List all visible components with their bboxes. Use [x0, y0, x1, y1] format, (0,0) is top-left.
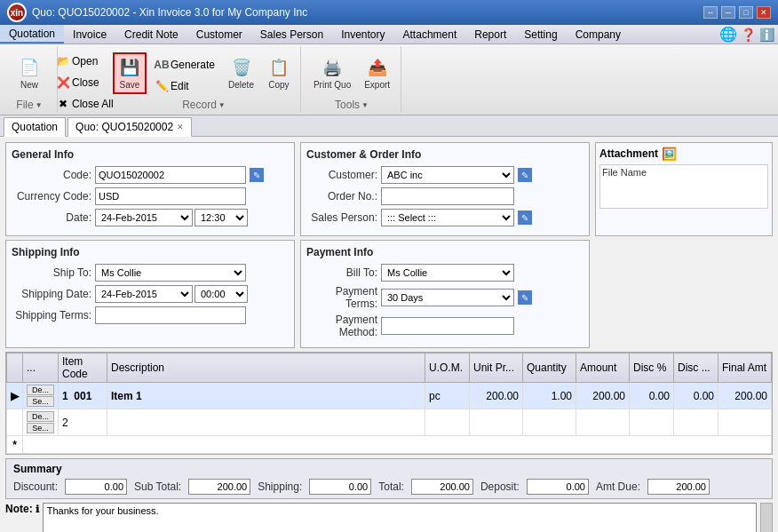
- note-info-icon: ℹ: [36, 504, 39, 515]
- final-amt-cell: 200.00: [718, 383, 772, 409]
- code-label: Code:: [12, 169, 91, 181]
- bill-to-select[interactable]: Ms Collie: [381, 264, 514, 282]
- menu-sales-person[interactable]: Sales Person: [251, 25, 332, 44]
- time-select[interactable]: 12:30: [194, 209, 248, 226]
- info-icon[interactable]: ℹ️: [759, 28, 774, 42]
- customer-label: Customer:: [306, 169, 377, 181]
- export-icon: 📤: [367, 57, 388, 78]
- uom-cell: pc: [425, 383, 470, 409]
- arrow-icon[interactable]: ↔: [703, 6, 718, 19]
- toolbar: 📄 New 📂 Open ❌ Close ✖ Close All File ▼: [0, 44, 778, 115]
- toolbar-record-section: 💾 Save AB Generate ✏️ Edit 🗑️ Delete 📋: [60, 46, 301, 113]
- detail-button-2[interactable]: De...: [27, 411, 54, 422]
- total-label: Total:: [378, 480, 404, 493]
- copy-button[interactable]: 📋 Copy: [263, 53, 295, 93]
- serial-button-2[interactable]: Se...: [27, 423, 54, 433]
- top-form-row: General Info Code: ✎ Currency Code: Date…: [5, 142, 773, 236]
- sales-person-edit-icon[interactable]: ✎: [518, 210, 532, 225]
- currency-input[interactable]: [95, 187, 246, 205]
- tab-close-icon[interactable]: ✕: [177, 123, 184, 131]
- date-select[interactable]: 24-Feb-2015: [95, 209, 193, 226]
- shipping-label: Shipping:: [258, 480, 302, 493]
- row2-disc-amt: [674, 409, 718, 436]
- close-button[interactable]: ✕: [757, 6, 771, 19]
- new-button[interactable]: 📄 New: [7, 53, 52, 93]
- menu-invoice[interactable]: Invoice: [64, 25, 115, 44]
- save-label: Save: [120, 80, 140, 90]
- order-no-label: Order No.:: [306, 190, 377, 202]
- payment-terms-select[interactable]: 30 Days: [381, 289, 514, 306]
- general-info-section: General Info Code: ✎ Currency Code: Date…: [5, 142, 295, 236]
- deposit-input[interactable]: [527, 479, 589, 495]
- menu-company[interactable]: Company: [567, 25, 630, 44]
- maximize-button[interactable]: □: [739, 6, 753, 19]
- menu-setting[interactable]: Setting: [515, 25, 566, 44]
- serial-button[interactable]: Se...: [27, 396, 54, 407]
- discount-label: Discount:: [13, 480, 58, 493]
- shipping-date-label: Shipping Date:: [12, 288, 91, 300]
- note-scrollbar[interactable]: [760, 503, 773, 532]
- summary-row: Discount: Sub Total: Shipping: Total: De…: [13, 479, 765, 495]
- save-button[interactable]: 💾 Save: [113, 52, 147, 94]
- discount-input[interactable]: [65, 479, 127, 495]
- sales-person-label: Sales Person:: [306, 211, 377, 224]
- sales-person-select[interactable]: ::: Select :::: [381, 209, 514, 226]
- menu-report[interactable]: Report: [465, 25, 515, 44]
- payment-method-input[interactable]: [381, 317, 514, 335]
- sub-total-input[interactable]: [188, 479, 250, 495]
- detail-button[interactable]: De...: [27, 385, 54, 395]
- total-input[interactable]: [411, 479, 473, 495]
- copy-icon: 📋: [268, 57, 290, 78]
- payment-info-section: Payment Info Bill To: Ms Collie Payment …: [300, 240, 590, 348]
- amt-due-input[interactable]: [647, 479, 710, 495]
- delete-button[interactable]: 🗑️ Delete: [223, 53, 259, 93]
- code-edit-icon[interactable]: ✎: [250, 168, 264, 182]
- window-title: Quo: QUO15020002 - Xin Invoice 3.0 for M…: [32, 6, 307, 19]
- generate-button[interactable]: AB Generate: [150, 55, 219, 75]
- menu-inventory[interactable]: Inventory: [332, 25, 393, 44]
- customer-field-row: Customer: ABC inc ✎: [306, 166, 584, 184]
- row2-qty: [523, 409, 576, 436]
- sales-person-field-row: Sales Person: ::: Select ::: ✎: [306, 209, 584, 226]
- shipping-date-select[interactable]: 24-Feb-2015: [95, 285, 193, 303]
- print-quo-button[interactable]: 🖨️ Print Quo: [308, 53, 356, 93]
- order-no-input[interactable]: [381, 187, 514, 205]
- col-description: Description: [107, 353, 425, 383]
- main-content: General Info Code: ✎ Currency Code: Date…: [0, 137, 778, 532]
- code-input[interactable]: [95, 166, 246, 184]
- row2-actions: De... Se...: [23, 409, 59, 436]
- save-icon: 💾: [119, 57, 140, 78]
- export-button[interactable]: 📤 Export: [359, 53, 395, 93]
- menu-bar: Quotation Invoice Credit Note Customer S…: [0, 25, 778, 44]
- minimize-button[interactable]: ─: [721, 6, 735, 19]
- note-textarea[interactable]: Thanks for your business.: [43, 503, 757, 532]
- shipping-info-section: Shipping Info Ship To: Ms Collie Shippin…: [5, 240, 295, 348]
- customer-order-section: Customer & Order Info Customer: ABC inc …: [300, 142, 590, 236]
- file-name-header: File Name: [602, 167, 647, 178]
- payment-terms-edit-icon[interactable]: ✎: [518, 290, 532, 305]
- row2-final: [718, 409, 772, 436]
- menu-attachment[interactable]: Attachment: [394, 25, 466, 44]
- print-icon: 🖨️: [322, 57, 343, 78]
- payment-method-field-row: Payment Method:: [306, 314, 584, 338]
- edit-button[interactable]: ✏️ Edit: [150, 76, 219, 96]
- help-icon[interactable]: ❓: [741, 28, 756, 42]
- toolbar-file-section: 📄 New 📂 Open ❌ Close ✖ Close All File ▼: [2, 46, 58, 113]
- attachment-add-icon[interactable]: 🖼️: [662, 147, 677, 161]
- date-field-row: Date: 24-Feb-2015 12:30: [12, 209, 289, 226]
- attachment-grid: File Name: [599, 164, 768, 209]
- new-icon: 📄: [19, 57, 40, 78]
- shipping-input[interactable]: [309, 479, 371, 495]
- customer-edit-icon[interactable]: ✎: [518, 168, 532, 182]
- shipping-time-select[interactable]: 00:00: [194, 285, 248, 303]
- ship-to-select[interactable]: Ms Collie: [95, 264, 246, 282]
- menu-quotation[interactable]: Quotation: [0, 25, 64, 44]
- shipping-terms-input[interactable]: [95, 306, 246, 324]
- summary-section: Summary Discount: Sub Total: Shipping: T…: [5, 458, 773, 499]
- menu-customer[interactable]: Customer: [187, 25, 251, 44]
- globe-icon: 🌐: [719, 26, 737, 43]
- customer-select[interactable]: ABC inc: [381, 166, 514, 184]
- window-controls: ↔ ─ □ ✕: [703, 6, 771, 19]
- payment-method-label: Payment Method:: [306, 314, 377, 338]
- menu-credit-note[interactable]: Credit Note: [115, 25, 187, 44]
